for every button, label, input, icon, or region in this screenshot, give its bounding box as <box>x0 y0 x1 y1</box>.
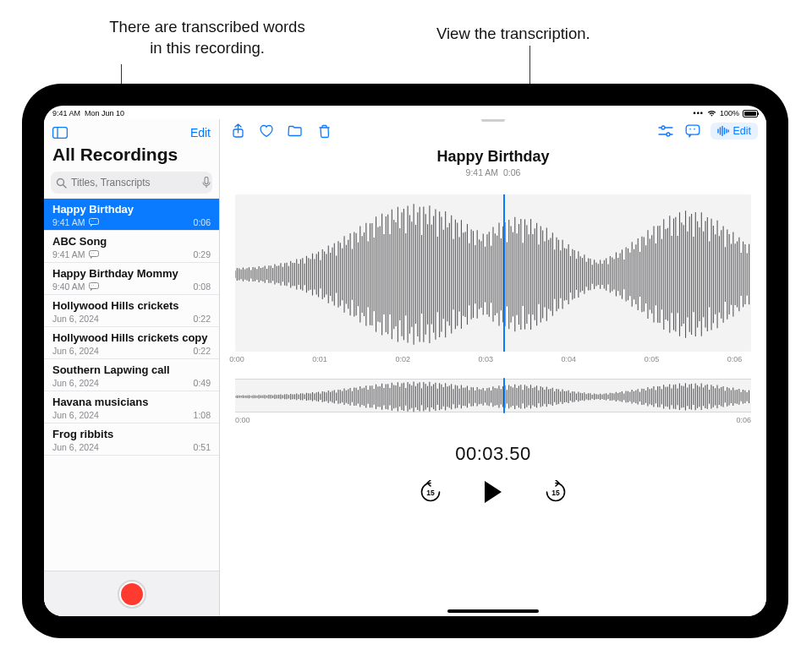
record-bar <box>44 571 219 616</box>
search-field[interactable] <box>51 172 212 194</box>
overview-start-time: 0:00 <box>235 416 250 424</box>
screen: 9:41 AM Mon Jun 10 ••• 100% Edit All Rec… <box>44 106 766 616</box>
recording-duration: 0:51 <box>194 442 211 452</box>
recording-row[interactable]: Havana musiciansJun 6, 20241:08 <box>44 391 219 423</box>
recording-row[interactable]: ABC Song9:41 AM” ”0:29 <box>44 231 219 263</box>
edit-recording-label: Edit <box>732 125 751 137</box>
recording-time: Jun 6, 2024 <box>52 410 99 420</box>
skip-forward-15-icon: 15 <box>544 480 568 504</box>
transcript-badge-icon: ” ” <box>89 250 99 259</box>
overview-end-time: 0:06 <box>736 416 751 424</box>
waveform-graphic <box>235 194 751 352</box>
svg-text:15: 15 <box>426 489 435 497</box>
recording-title: Havana musicians <box>52 396 211 408</box>
recording-row[interactable]: Frog ribbitsJun 6, 20240:51 <box>44 423 219 456</box>
recording-duration: 0:29 <box>194 249 211 259</box>
recording-time: 9:40 AM <box>52 281 85 292</box>
favorite-button[interactable] <box>257 122 276 140</box>
timecode: 00:03.50 <box>220 443 766 465</box>
recording-time: Jun 6, 2024 <box>52 346 99 356</box>
recording-row[interactable]: Happy Birthday9:41 AM” ”0:06 <box>44 199 219 231</box>
transcript-badge-icon: ” ” <box>89 282 99 291</box>
search-input[interactable] <box>71 177 198 188</box>
recording-duration: 1:08 <box>194 410 211 420</box>
ruler-tick: 0:05 <box>645 355 660 363</box>
sidebar-toggle-button[interactable] <box>51 123 69 142</box>
sidebar: Edit All Recordings Happy Birthday9:41 A… <box>44 119 220 616</box>
home-indicator <box>447 609 539 613</box>
play-button[interactable] <box>480 478 507 505</box>
drag-handle[interactable] <box>481 119 505 122</box>
recording-title: Frog ribbits <box>52 428 211 440</box>
share-icon <box>232 123 244 139</box>
svg-rect-4 <box>205 178 208 184</box>
status-more-icon: ••• <box>694 109 704 117</box>
edit-recording-button[interactable]: Edit <box>710 123 758 139</box>
svg-rect-0 <box>53 128 68 139</box>
playback-settings-button[interactable] <box>656 122 675 140</box>
transcript-badge-icon: ” ” <box>89 218 99 227</box>
recording-duration: 0:22 <box>194 314 211 324</box>
svg-text:15: 15 <box>551 489 560 497</box>
waveform-scrubber[interactable] <box>235 194 751 352</box>
svg-text:”: ” <box>689 128 692 133</box>
record-button[interactable] <box>118 580 146 609</box>
recording-duration: 0:22 <box>194 346 211 356</box>
callout-view-transcription: View the transcription. <box>436 24 623 45</box>
heart-icon <box>259 124 274 138</box>
waveform-icon <box>717 126 729 136</box>
search-icon <box>56 178 67 188</box>
svg-text:” ”: ” ” <box>91 284 94 288</box>
status-battery-pct: 100% <box>720 109 739 117</box>
recording-title: ABC Song <box>52 235 211 248</box>
recording-row[interactable]: Southern Lapwing callJun 6, 20240:49 <box>44 359 219 391</box>
edit-list-button[interactable]: Edit <box>190 126 211 139</box>
play-icon <box>485 481 502 503</box>
delete-button[interactable] <box>315 122 333 140</box>
view-transcript-button[interactable]: ”” <box>683 122 702 140</box>
recordings-list: Happy Birthday9:41 AM” ”0:06ABC Song9:41… <box>44 199 219 571</box>
recording-row[interactable]: Happy Birthday Mommy9:40 AM” ”0:08 <box>44 263 219 295</box>
status-date: Mon Jun 10 <box>85 109 124 117</box>
recording-duration: 0:49 <box>194 378 211 388</box>
transcript-icon: ”” <box>685 124 700 138</box>
recording-duration: 0:06 <box>194 217 211 227</box>
ruler-tick: 0:03 <box>478 355 493 363</box>
recording-row[interactable]: Hollywood Hills crickets copyJun 6, 2024… <box>44 327 219 359</box>
recording-title: Hollywood Hills crickets <box>52 299 211 312</box>
sidebar-title: All Recordings <box>44 143 219 168</box>
skip-back-15-icon: 15 <box>419 480 442 504</box>
recording-time: Jun 6, 2024 <box>52 314 99 324</box>
waveform-overview[interactable] <box>235 379 751 412</box>
share-button[interactable] <box>228 122 247 140</box>
svg-line-3 <box>63 184 67 188</box>
sliders-icon <box>658 125 673 137</box>
status-time: 9:41 AM <box>52 109 80 117</box>
recording-time: Jun 6, 2024 <box>52 378 99 388</box>
svg-point-15 <box>661 126 665 129</box>
recording-title: Happy Birthday Mommy <box>52 267 211 280</box>
ipad-frame: 9:41 AM Mon Jun 10 ••• 100% Edit All Rec… <box>22 84 788 638</box>
recording-title[interactable]: Happy Birthday <box>220 148 766 166</box>
move-to-folder-button[interactable] <box>286 122 304 140</box>
microphone-icon[interactable] <box>202 177 211 188</box>
battery-icon <box>743 110 758 117</box>
skip-forward-button[interactable]: 15 <box>542 478 569 505</box>
time-ruler: 0:000:010:020:030:040:050:06 <box>235 355 751 363</box>
ruler-tick: 0:02 <box>395 355 410 363</box>
ruler-tick: 0:00 <box>229 355 244 363</box>
trash-icon <box>318 124 331 139</box>
status-bar: 9:41 AM Mon Jun 10 ••• 100% <box>44 106 766 119</box>
recording-title: Happy Birthday <box>52 203 211 216</box>
main-area: ”” Edit Happy Birthday 9:41 AM 0:06 <box>220 119 766 616</box>
recording-title: Hollywood Hills crickets copy <box>52 331 211 344</box>
ruler-tick: 0:04 <box>562 355 577 363</box>
skip-back-button[interactable]: 15 <box>417 478 444 505</box>
overview-playhead[interactable] <box>503 378 505 413</box>
recording-title: Southern Lapwing call <box>52 363 211 376</box>
recording-row[interactable]: Hollywood Hills cricketsJun 6, 20240:22 <box>44 295 219 327</box>
wifi-icon <box>707 110 716 117</box>
svg-text:”: ” <box>694 128 696 133</box>
svg-text:” ”: ” ” <box>91 252 94 256</box>
playhead[interactable] <box>503 194 505 352</box>
